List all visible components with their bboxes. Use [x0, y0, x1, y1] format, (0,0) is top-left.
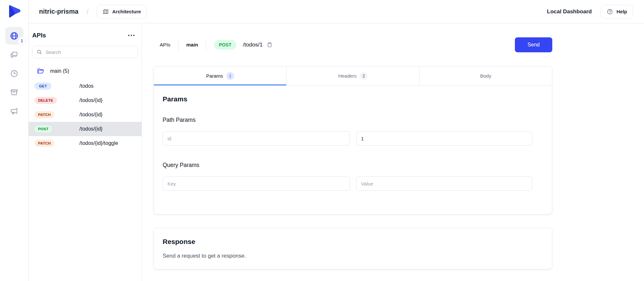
method-badge: DELETE	[34, 97, 57, 104]
tab-label: Params	[206, 73, 223, 79]
tab-label: Headers	[338, 73, 357, 79]
method-badge: GET	[34, 83, 51, 90]
method-badge: POST	[34, 125, 52, 133]
path-param-value-input[interactable]	[356, 131, 532, 146]
request-card: Params 1 Headers 2 Body Params	[154, 66, 552, 214]
response-card: Response Send a request to get a respons…	[154, 228, 552, 269]
project-name: nitric-prisma	[39, 8, 78, 15]
apis-sidebar: APIs ••• main (5)	[29, 23, 142, 281]
main-panel: APIs main POST /todos/1 Sen	[142, 23, 644, 281]
folder-label: main (5)	[50, 68, 69, 74]
breadcrumb-root: APIs	[160, 42, 170, 48]
query-param-row	[163, 176, 543, 191]
query-param-value-input[interactable]	[356, 176, 532, 191]
query-params-heading: Query Params	[163, 162, 543, 169]
divider	[178, 39, 179, 51]
method-badge: PATCH	[34, 140, 54, 147]
path-params-heading: Path Params	[163, 117, 543, 123]
help-label: Help	[616, 9, 627, 14]
request-breadcrumb: APIs main POST /todos/1	[154, 39, 273, 51]
breadcrumb-slash: /	[87, 8, 88, 16]
response-heading: Response	[163, 238, 543, 246]
endpoint-row-delete-todo[interactable]: DELETE /todos/{id}	[29, 93, 141, 108]
rail-item-clock[interactable]	[5, 65, 23, 82]
map-icon	[102, 8, 109, 15]
tab-count-badge: 1	[226, 72, 234, 80]
breadcrumb-api: main	[186, 42, 198, 48]
endpoint-row-post-todo[interactable]: POST /todos/{id}	[29, 122, 141, 136]
top-bar: nitric-prisma / Architecture Local Dashb…	[29, 0, 644, 23]
architecture-label: Architecture	[112, 9, 141, 14]
search-input[interactable]	[46, 49, 134, 55]
rail-item-chat[interactable]	[5, 46, 23, 63]
api-count-badge: 1	[18, 37, 26, 45]
help-button[interactable]: Help	[601, 5, 633, 19]
app-root: 1	[0, 0, 644, 281]
api-folder-main[interactable]: main (5)	[29, 65, 141, 79]
clock-icon	[10, 69, 19, 78]
sidebar-title: APIs	[32, 32, 46, 39]
copy-path-button[interactable]	[266, 42, 273, 48]
clipboard-icon	[266, 42, 273, 48]
response-empty-message: Send a request to get a response.	[163, 253, 543, 259]
sidebar-menu-button[interactable]: •••	[128, 32, 136, 39]
endpoint-path: /todos/{id}	[79, 126, 102, 132]
rail-item-archive[interactable]	[5, 83, 23, 101]
tab-label: Body	[480, 73, 491, 79]
folder-open-icon	[37, 67, 45, 75]
endpoint-row-patch-toggle[interactable]: PATCH /todos/{id}/toggle	[29, 136, 141, 150]
search-box	[32, 46, 138, 58]
send-button[interactable]: Send	[515, 37, 552, 52]
dashboard-title: Local Dashboard	[547, 8, 592, 15]
endpoint-row-get-todos[interactable]: GET /todos	[29, 79, 141, 93]
chat-bubbles-icon	[10, 50, 19, 59]
endpoint-tree: main (5) GET /todos DELETE /todos/{id} P…	[29, 65, 141, 150]
globe-icon	[10, 32, 19, 40]
icon-rail: 1	[0, 0, 29, 281]
search-icon	[36, 49, 42, 55]
tab-headers[interactable]: Headers 2	[286, 67, 419, 85]
tab-body[interactable]: Body	[419, 67, 552, 85]
request-path: /todos/1	[243, 42, 263, 48]
architecture-button[interactable]: Architecture	[97, 5, 147, 19]
path-param-key-input[interactable]	[163, 131, 350, 146]
endpoint-path: /todos/{id}	[79, 112, 102, 118]
tab-params[interactable]: Params 1	[154, 67, 286, 85]
nitric-logo-icon	[7, 4, 21, 19]
request-tabs: Params 1 Headers 2 Body	[154, 67, 552, 85]
endpoint-path: /todos/{id}/toggle	[79, 140, 118, 146]
divider	[206, 39, 206, 51]
tab-count-badge: 2	[360, 72, 368, 80]
archive-box-icon	[10, 88, 19, 97]
params-heading: Params	[163, 95, 543, 103]
nitric-logo[interactable]	[7, 4, 21, 19]
help-circle-icon	[607, 8, 613, 15]
endpoint-path: /todos/{id}	[79, 97, 102, 103]
method-badge: PATCH	[34, 111, 54, 118]
path-param-row	[163, 131, 543, 146]
rail-item-apis[interactable]: 1	[5, 27, 23, 45]
megaphone-icon	[10, 107, 19, 116]
endpoint-path: /todos	[79, 83, 94, 89]
endpoint-row-patch-todo[interactable]: PATCH /todos/{id}	[29, 108, 141, 122]
rail-item-megaphone[interactable]	[5, 102, 23, 120]
query-param-key-input[interactable]	[163, 176, 350, 191]
request-method-badge: POST	[214, 40, 236, 50]
